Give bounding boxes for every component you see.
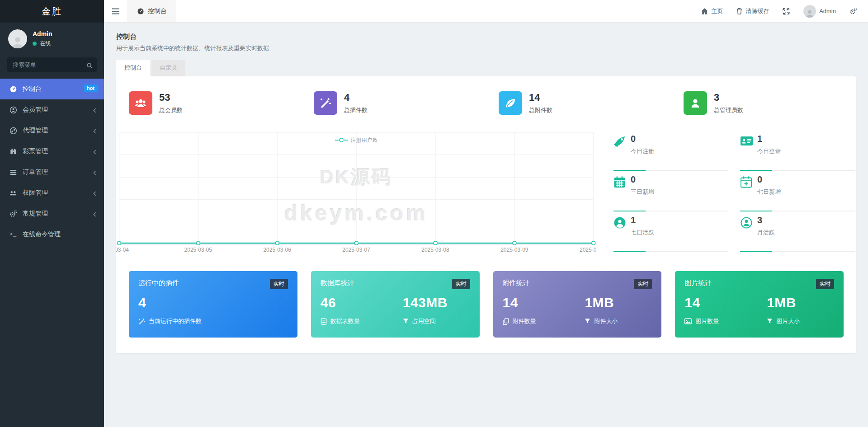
home-icon [701,8,708,14]
page-title: 控制台 [116,33,856,41]
mini-stat-today-login: 1今日登录 [740,132,855,173]
chart-x-axis-labels: 03-042025-03-052025-03-062025-03-072025-… [116,245,596,254]
magic-wand-icon [314,91,337,115]
settings-button[interactable] [849,8,857,15]
filter-icon [585,318,590,324]
trash-icon [736,8,742,14]
dashboard-panel: 53总会员数 4总插件数 14总附件数 [116,76,856,353]
user-silhouette-icon [11,35,24,48]
content-tabs: 控制台 自定义 [116,60,856,76]
card-running-plugins[interactable]: 运行中的插件实时 4 当前运行中的插件数 [129,271,297,338]
admin-icon [684,91,707,115]
sidebar: 金胜 Admin 在线 控制台 hot 会员管理 [0,0,104,427]
mini-stat-underline [740,251,855,252]
mini-stat-underline [740,170,855,171]
registered-users-chart: 注册用户数 DK源码 dkeym.com 03-042025-03-052025… [116,132,596,254]
summary-cards-row: 运行中的插件实时 4 当前运行中的插件数 数据库统计实时 [129,271,844,338]
rocket-icon [613,134,631,170]
fullscreen-icon [783,8,790,15]
fullscreen-button[interactable] [783,8,790,15]
clear-cache-button[interactable]: 清除缓存 [736,7,769,15]
avatar [803,5,816,18]
list-icon [9,169,18,176]
sidebar-item-dashboard[interactable]: 控制台 hot [0,79,104,99]
avatar [8,29,27,48]
sidebar-menu: 控制台 hot 会员管理 代理管理 彩票管理 [0,79,104,245]
user-circle-outline-icon [740,215,757,251]
mini-stat-7day-active: 1七日活跃 [613,213,728,254]
chevron-left-icon [93,189,97,197]
filter-icon [767,318,773,324]
users-group-icon [9,189,18,197]
card-image-stats[interactable]: 图片统计实时 14 图片数量 1MB [675,271,844,338]
sidebar-item-members[interactable]: 会员管理 [0,99,104,120]
member-icon [9,106,18,114]
calendar-plus-icon [740,174,757,211]
tab-dashboard[interactable]: 控制台 [116,60,150,76]
user-name: Admin [33,30,52,38]
calendar-icon [613,174,631,211]
sidebar-item-lottery[interactable]: 彩票管理 [0,141,104,162]
search-input[interactable] [7,57,97,72]
card-attachment-stats[interactable]: 附件统计实时 14 附件数量 1MB [493,271,662,338]
user-status: 在线 [33,40,52,47]
agent-icon [9,127,18,135]
tab-custom[interactable]: 自定义 [151,60,185,76]
sidebar-item-online-command[interactable]: >_ 在线命令管理 [0,224,104,245]
leaf-icon [499,91,522,115]
user-circle-icon [613,215,631,251]
page-subtitle: 用于展示当前系统中的统计数据、统计报表及重要实时数据 [116,44,856,52]
home-link[interactable]: 主页 [701,7,723,15]
stat-total-attachments: 14总附件数 [486,91,671,115]
database-icon [321,318,327,325]
mini-stat-underline [613,251,728,252]
binoculars-icon [9,148,18,155]
filter-icon [403,318,409,324]
chevron-left-icon [93,148,97,155]
image-icon [684,318,692,324]
topbar: 控制台 主页 清除缓存 Admin [104,0,868,23]
online-dot-icon [33,42,37,46]
sidebar-item-orders[interactable]: 订单管理 [0,162,104,183]
line-chart-plot[interactable] [116,132,596,245]
magic-wand-icon [138,318,145,325]
sidebar-toggle-button[interactable] [104,0,127,22]
dashboard-icon [9,85,18,93]
mini-stat-underline [613,211,728,211]
realtime-badge: 实时 [452,279,470,289]
card-database-stats[interactable]: 数据库统计实时 46 数据表数量 143MB [311,271,480,338]
sidebar-item-agents[interactable]: 代理管理 [0,120,104,141]
app-logo: 金胜 [0,0,104,23]
search-icon [86,61,93,69]
id-card-icon [740,134,757,170]
mini-stats-grid: 0今日注册 1今日登录 [613,132,855,254]
chevron-left-icon [93,106,97,113]
gears-icon [849,8,857,15]
topbar-user[interactable]: Admin [803,5,836,18]
stats-row: 53总会员数 4总插件数 14总附件数 [116,91,856,115]
mini-stat-today-registered: 0今日注册 [613,132,728,173]
hot-badge: hot [84,84,98,92]
chevron-left-icon [93,210,97,217]
dashboard-icon [137,8,144,15]
stat-total-members: 53总会员数 [116,91,301,115]
user-panel: Admin 在线 [0,23,104,54]
sidebar-item-general[interactable]: 常规管理 [0,203,104,224]
realtime-badge: 实时 [816,279,834,289]
cogs-icon [9,210,18,218]
chevron-left-icon [93,169,97,176]
stat-total-admins: 3总管理员数 [671,91,856,115]
mini-stat-3day-new: 0三日新增 [613,173,728,213]
mini-stat-underline [740,211,855,211]
mini-stat-7day-new: 0七日新增 [740,173,855,213]
sidebar-item-permissions[interactable]: 权限管理 [0,183,104,203]
members-icon [129,91,152,115]
realtime-badge: 实时 [270,279,288,289]
mini-stat-month-active: 3月活跃 [740,213,855,254]
terminal-icon: >_ [9,231,18,238]
menu-search [7,57,97,72]
realtime-badge: 实时 [634,279,652,289]
copy-icon [503,318,509,325]
mini-stat-underline [613,170,728,171]
topbar-tab-dashboard[interactable]: 控制台 [127,0,176,22]
